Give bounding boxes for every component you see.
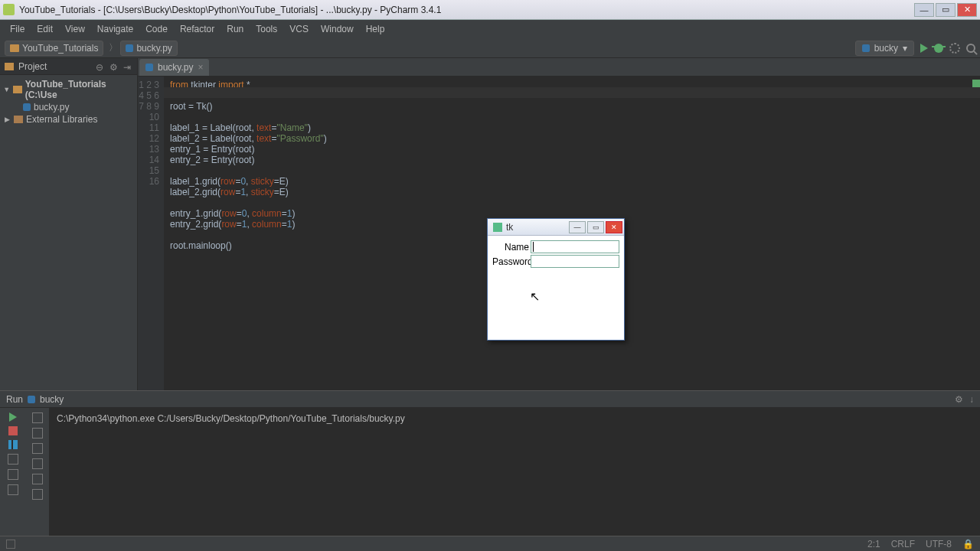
editor-tabs: bucky.py × xyxy=(138,58,980,77)
tree-root-label: YouTube_Tutorials (C:\Use xyxy=(25,79,134,100)
trash-icon[interactable] xyxy=(32,489,43,500)
wrap-icon[interactable] xyxy=(32,443,43,454)
tk-label-password: Password xyxy=(492,256,531,267)
menu-vcs[interactable]: VCS xyxy=(284,21,314,37)
pycharm-window: YouTube_Tutorials - [C:\Users\Bucky\Desk… xyxy=(0,0,980,551)
tk-title-label: tk xyxy=(506,222,567,233)
tab-bucky[interactable]: bucky.py × xyxy=(139,59,209,76)
tree-root[interactable]: ▼ YouTube_Tutorials (C:\Use xyxy=(0,78,137,101)
menubar: File Edit View Navigate Code Refactor Ru… xyxy=(0,20,980,38)
project-panel-header[interactable]: Project ⊖ ⚙ ⇥ xyxy=(0,58,137,75)
gear-icon[interactable]: ⚙ xyxy=(109,62,119,71)
folder-icon xyxy=(13,86,21,93)
breadcrumb-project-label: YouTube_Tutorials xyxy=(22,43,98,54)
run-output[interactable]: C:\Python34\python.exe C:/Users/Bucky/De… xyxy=(49,408,980,536)
breadcrumb-file[interactable]: bucky.py xyxy=(120,41,177,56)
tool-icon[interactable] xyxy=(8,469,18,480)
up-icon[interactable] xyxy=(32,412,43,423)
python-icon xyxy=(862,44,870,52)
close-panel-icon[interactable] xyxy=(8,484,18,495)
breadcrumb-sep: 〉 xyxy=(109,41,118,54)
menu-help[interactable]: Help xyxy=(361,21,390,37)
status-encoding[interactable]: UTF-8 xyxy=(926,539,952,549)
menu-view[interactable]: View xyxy=(60,21,90,37)
tree-external-label: External Libraries xyxy=(26,114,97,125)
tk-titlebar[interactable]: tk — ▭ ✕ xyxy=(488,219,624,236)
menu-file[interactable]: File xyxy=(5,21,30,37)
collapse-icon[interactable]: ⊖ xyxy=(96,62,105,71)
python-icon xyxy=(145,64,153,71)
breadcrumb-project[interactable]: YouTube_Tutorials xyxy=(5,41,103,56)
debug-icon[interactable] xyxy=(934,44,943,53)
project-panel-title: Project xyxy=(18,61,47,72)
window-title: YouTube_Tutorials - [C:\Users\Bucky\Desk… xyxy=(19,5,914,15)
folder-icon xyxy=(5,63,14,70)
stop-icon[interactable] xyxy=(8,426,18,435)
run-panel-header[interactable]: Run bucky ⚙ ↓ xyxy=(0,391,980,408)
titlebar: YouTube_Tutorials - [C:\Users\Bucky\Desk… xyxy=(0,0,980,20)
clear-icon[interactable] xyxy=(32,474,43,484)
menu-refactor[interactable]: Refactor xyxy=(175,21,220,37)
run-output-text: C:\Python34\python.exe C:/Users/Bucky/De… xyxy=(57,413,405,424)
run-tools-right xyxy=(26,408,49,536)
status-box-icon[interactable] xyxy=(6,540,15,549)
tree-external[interactable]: ▶ External Libraries xyxy=(0,113,137,126)
search-icon[interactable] xyxy=(966,44,975,53)
run-body: C:\Python34\python.exe C:/Users/Bucky/De… xyxy=(0,408,980,536)
run-panel: Run bucky ⚙ ↓ xyxy=(0,390,980,536)
python-icon xyxy=(126,44,133,52)
python-icon xyxy=(23,103,31,111)
minimize-button[interactable]: — xyxy=(914,3,934,17)
chevron-down-icon: ▾ xyxy=(903,43,907,54)
print-icon[interactable] xyxy=(32,458,43,469)
breadcrumb-file-label: bucky.py xyxy=(136,43,172,54)
tk-label-name: Name xyxy=(492,242,531,253)
tab-close-icon[interactable]: × xyxy=(198,62,203,73)
tk-row-password: Password xyxy=(492,255,619,268)
pycharm-icon xyxy=(3,4,15,15)
chevron-right-icon[interactable]: ▶ xyxy=(3,116,11,123)
tk-entry-name[interactable] xyxy=(531,240,619,253)
tk-close-button[interactable]: ✕ xyxy=(606,221,622,233)
menu-code[interactable]: Code xyxy=(140,21,173,37)
tk-entry-password[interactable] xyxy=(531,255,619,268)
tk-row-name: Name xyxy=(492,240,619,253)
code-ok-marker xyxy=(972,80,980,87)
rerun-icon[interactable] xyxy=(9,412,17,422)
hide-icon[interactable]: ⇥ xyxy=(123,62,132,71)
tk-window[interactable]: tk — ▭ ✕ Name Password xyxy=(487,218,625,341)
down-icon[interactable] xyxy=(32,428,43,439)
menu-navigate[interactable]: Navigate xyxy=(92,21,139,37)
gutter: 1 2 3 4 5 6 7 8 9 10 11 12 13 14 15 16 xyxy=(138,77,164,390)
tk-body: Name Password xyxy=(488,236,624,274)
status-bar: 2:1 CRLF UTF-8 🔒 xyxy=(0,536,980,551)
run-head-label: Run xyxy=(6,394,23,405)
tree-file[interactable]: bucky.py xyxy=(0,101,137,113)
chevron-down-icon[interactable]: ▼ xyxy=(3,86,10,93)
tab-label: bucky.py xyxy=(158,62,193,73)
status-eol[interactable]: CRLF xyxy=(891,539,915,549)
project-tree: ▼ YouTube_Tutorials (C:\Use bucky.py ▶ E… xyxy=(0,75,137,390)
folder-icon xyxy=(10,44,19,52)
run-config-name: bucky xyxy=(40,394,64,405)
menu-edit[interactable]: Edit xyxy=(31,21,58,37)
gear-icon[interactable]: ⚙ xyxy=(955,394,963,405)
run-config-dropdown[interactable]: bucky ▾ xyxy=(855,41,914,56)
run-tools-left xyxy=(0,408,26,536)
pause-icon[interactable] xyxy=(8,440,18,449)
tk-maximize-button[interactable]: ▭ xyxy=(587,221,604,233)
project-panel: Project ⊖ ⚙ ⇥ ▼ YouTube_Tutorials (C:\Us… xyxy=(0,58,138,390)
run-config-label: bucky xyxy=(874,43,898,54)
close-button[interactable]: ✕ xyxy=(957,3,977,17)
run-icon[interactable] xyxy=(920,44,928,53)
menu-tools[interactable]: Tools xyxy=(250,21,283,37)
menu-run[interactable]: Run xyxy=(221,21,249,37)
status-lock-icon[interactable]: 🔒 xyxy=(962,539,974,549)
tk-minimize-button[interactable]: — xyxy=(569,221,586,233)
settings-icon[interactable] xyxy=(949,43,960,54)
status-caret-pos[interactable]: 2:1 xyxy=(867,539,880,549)
restart-icon[interactable] xyxy=(8,454,18,465)
maximize-button[interactable]: ▭ xyxy=(936,3,956,17)
pin-icon[interactable]: ↓ xyxy=(969,394,974,405)
menu-window[interactable]: Window xyxy=(315,21,359,37)
